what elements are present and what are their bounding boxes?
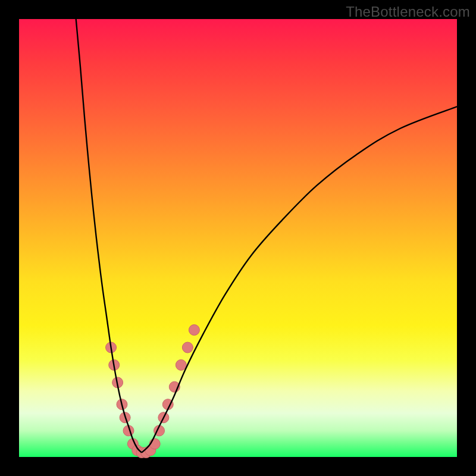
dots-layer [106, 325, 200, 458]
watermark: TheBottleneck.com [346, 4, 470, 20]
highlight-dot [182, 342, 193, 353]
highlight-dot [189, 325, 199, 336]
chart-plot-area [19, 19, 457, 457]
right-curve [142, 107, 457, 452]
highlight-dot [176, 359, 186, 370]
chart-svg [19, 19, 457, 457]
chart-frame: TheBottleneck.com [0, 0, 476, 476]
left-curve [76, 19, 142, 453]
